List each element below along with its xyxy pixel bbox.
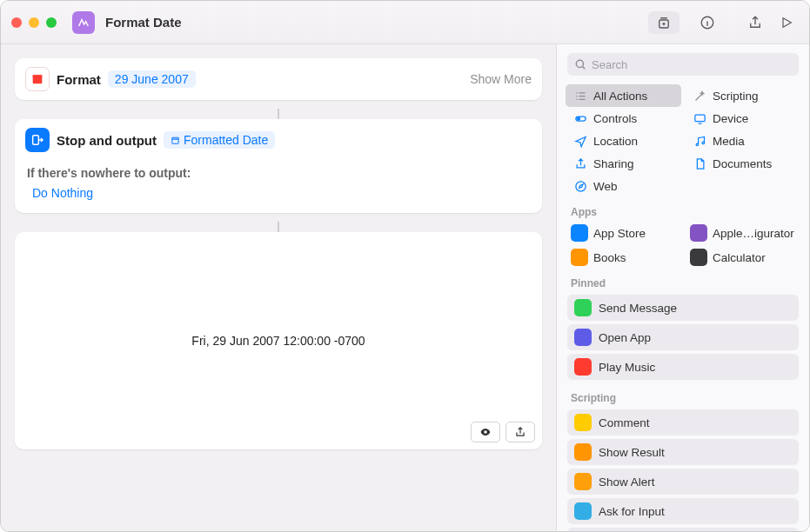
category-label: Controls	[593, 112, 637, 125]
action-row[interactable]: Open App	[567, 324, 799, 350]
date-token[interactable]: 29 June 2007	[108, 70, 196, 88]
action-icon	[574, 502, 592, 520]
exit-icon	[25, 128, 50, 152]
show-more-button[interactable]: Show More	[470, 72, 532, 86]
category-sharing[interactable]: Sharing	[566, 152, 681, 175]
app-item[interactable]: Apple…igurator	[685, 222, 800, 244]
app-icon	[571, 249, 588, 266]
action-label: Show Result	[599, 446, 665, 459]
editor-pane: Format 29 June 2007 Show More Stop and o…	[1, 44, 557, 531]
list-icon	[572, 88, 588, 103]
action-label: Comment	[599, 416, 650, 429]
category-location[interactable]: Location	[566, 130, 681, 152]
fallback-label: If there's nowhere to output:	[27, 166, 530, 180]
calendar-icon	[25, 67, 50, 91]
action-label: Show Alert	[599, 475, 655, 489]
category-grid: All ActionsScriptingControlsDeviceLocati…	[557, 84, 809, 197]
format-action-card[interactable]: Format 29 June 2007 Show More	[15, 58, 542, 100]
svg-rect-5	[33, 136, 39, 145]
svg-rect-3	[33, 75, 43, 77]
category-label: All Actions	[593, 90, 647, 103]
action-list: CommentShow ResultShow AlertAsk for Inpu…	[557, 409, 809, 531]
titlebar: Format Date	[1, 1, 809, 44]
apps-header: Apps	[557, 197, 809, 222]
category-label: Sharing	[593, 157, 634, 170]
body: Format 29 June 2007 Show More Stop and o…	[1, 44, 809, 531]
share-output-button[interactable]	[505, 422, 535, 442]
category-label: Web	[593, 180, 618, 193]
category-web[interactable]: Web	[566, 175, 681, 197]
action-icon	[574, 414, 592, 431]
shortcuts-window: Format Date	[0, 0, 810, 532]
action-icon	[574, 329, 592, 346]
action-row[interactable]: Show Result	[567, 439, 799, 465]
action-row[interactable]: Ask for Input	[567, 498, 799, 524]
nav-icon	[572, 133, 588, 149]
quicklook-button[interactable]	[471, 422, 500, 442]
library-button[interactable]	[648, 11, 679, 34]
action-name: Format	[57, 72, 101, 87]
fallback-value[interactable]: Do Nothing	[27, 183, 98, 203]
category-all-actions[interactable]: All Actions	[566, 84, 681, 107]
action-row[interactable]: Send Message	[567, 295, 799, 321]
svg-point-11	[702, 142, 705, 144]
action-name: Stop and output	[57, 133, 157, 148]
action-icon	[574, 443, 592, 461]
app-icon	[571, 224, 588, 242]
action-row[interactable]: Comment	[567, 409, 799, 436]
scripting-header: Scripting	[557, 383, 809, 408]
switch-icon	[572, 110, 588, 126]
token-label: Formatted Date	[184, 133, 268, 147]
stop-output-action-card[interactable]: Stop and output Formatted Date If there'…	[15, 119, 542, 213]
action-row[interactable]: Count	[567, 528, 799, 531]
action-label: Play Music	[599, 361, 655, 374]
search-input[interactable]	[567, 53, 799, 76]
output-card: Fri, 29 Jun 2007 12:00:00 -0700	[15, 232, 542, 449]
display-icon	[692, 110, 707, 126]
category-device[interactable]: Device	[685, 107, 800, 130]
action-label: Open App	[599, 331, 651, 344]
app-item[interactable]: Books	[566, 246, 681, 269]
svg-point-8	[577, 116, 579, 119]
connector-line	[278, 222, 279, 232]
minimize-button[interactable]	[29, 17, 39, 28]
category-label: Media	[713, 135, 745, 148]
app-grid: App StoreApple…iguratorBooksCalculator	[557, 222, 809, 269]
connector-line	[278, 109, 279, 119]
right-toolbar-group	[558, 1, 810, 44]
shortcut-icon	[72, 11, 95, 34]
app-label: App Store	[593, 227, 646, 240]
maximize-button[interactable]	[46, 17, 57, 28]
action-row[interactable]: Play Music	[567, 354, 799, 380]
share-icon	[572, 156, 588, 171]
info-button[interactable]	[695, 11, 720, 34]
action-label: Ask for Input	[599, 505, 665, 518]
category-scripting[interactable]: Scripting	[685, 84, 800, 107]
category-label: Documents	[713, 157, 772, 170]
svg-rect-6	[172, 137, 178, 143]
svg-point-12	[575, 181, 585, 190]
svg-rect-9	[694, 115, 704, 122]
category-controls[interactable]: Controls	[566, 107, 681, 130]
window-controls	[11, 17, 57, 28]
action-row[interactable]: Show Alert	[567, 469, 799, 495]
action-icon	[574, 299, 592, 316]
app-item[interactable]: App Store	[566, 222, 681, 244]
wand-icon	[692, 88, 707, 103]
action-icon	[574, 473, 592, 490]
close-button[interactable]	[11, 17, 22, 28]
library-pane: All ActionsScriptingControlsDeviceLocati…	[557, 44, 809, 531]
formatted-date-token[interactable]: Formatted Date	[164, 131, 275, 149]
category-media[interactable]: Media	[685, 130, 800, 152]
category-label: Scripting	[713, 90, 759, 103]
app-label: Calculator	[713, 251, 766, 264]
app-label: Books	[593, 251, 626, 264]
category-documents[interactable]: Documents	[685, 152, 800, 175]
action-label: Send Message	[599, 302, 677, 315]
app-item[interactable]: Calculator	[685, 246, 800, 269]
app-icon	[690, 224, 707, 242]
music-icon	[692, 133, 707, 149]
window-title: Format Date	[105, 15, 182, 30]
category-label: Location	[593, 135, 638, 148]
action-list: Send MessageOpen AppPlay Music	[557, 295, 809, 383]
